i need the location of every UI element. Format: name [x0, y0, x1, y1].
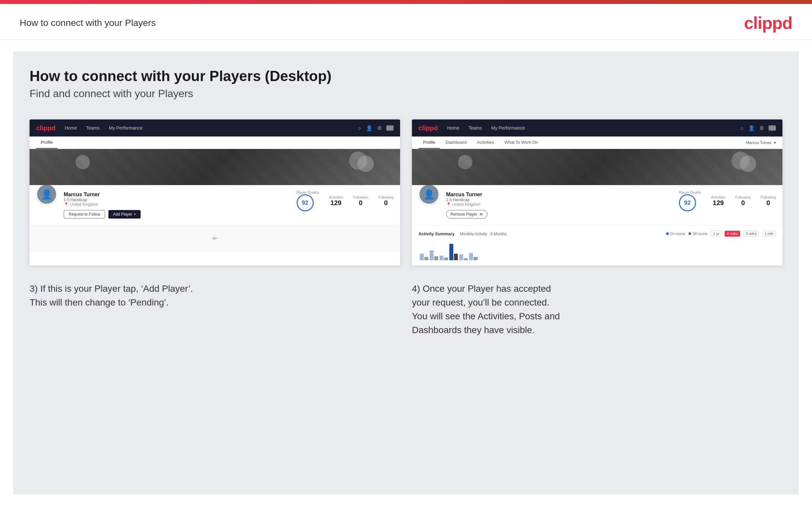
- right-tab-activities[interactable]: Activities: [472, 136, 498, 149]
- right-flag-icon[interactable]: [769, 125, 776, 130]
- chart-bar-group-4: [449, 244, 458, 260]
- left-nav-logo: clippd: [36, 124, 55, 132]
- period-1yr-button[interactable]: 1 yr: [711, 231, 721, 237]
- left-stats-row: Player Quality 92 Activities 129 Followe…: [297, 190, 394, 211]
- search-icon[interactable]: ⌕: [358, 125, 361, 131]
- section-title: How to connect with your Players (Deskto…: [30, 68, 782, 84]
- right-activity-controls: On course Off course 1 yr 6 mths 3 mths …: [666, 231, 776, 237]
- left-profile-banner: [30, 149, 400, 185]
- page-breadcrumb: How to connect with your Players: [20, 18, 156, 28]
- add-player-button[interactable]: Add Player +: [108, 210, 141, 219]
- right-btn-row: Remove Player ✕: [446, 210, 672, 219]
- left-player-handicap: 1-5 Handicap: [64, 198, 290, 202]
- request-follow-button[interactable]: Request to Follow: [64, 210, 105, 219]
- right-avatar-icon: 👤: [423, 189, 435, 200]
- period-1mth-button[interactable]: 1 mth: [762, 231, 776, 237]
- right-stat-quality: Player Quality 92: [679, 190, 701, 211]
- left-banner-overlay: [30, 149, 400, 185]
- chart-bar-on-6: [469, 253, 473, 260]
- right-nav-teams[interactable]: Teams: [468, 125, 482, 130]
- right-legend-on-course: On course: [666, 232, 685, 236]
- caption-right-text: 4) Once your Player has acceptedyour req…: [412, 284, 560, 335]
- chart-bar-group-3: [440, 256, 448, 260]
- left-avatar-icon: 👤: [41, 189, 53, 200]
- right-stat-activities: Activities 129: [711, 195, 725, 207]
- profile-icon[interactable]: 👤: [366, 125, 372, 131]
- close-icon[interactable]: ✕: [479, 212, 483, 217]
- chart-bar-on-2: [429, 250, 434, 260]
- left-nav-my-performance[interactable]: My Performance: [109, 125, 143, 130]
- left-stat-quality: Player Quality 92: [297, 190, 319, 211]
- right-stats-row: Player Quality 92 Activities 129 Followe…: [679, 190, 776, 211]
- right-tab-dashboard[interactable]: Dashboard: [441, 136, 471, 149]
- screenshots-row: clippd Home Teams My Performance ⌕ 👤 ⚙ P…: [30, 119, 782, 266]
- right-player-name: Marcus Turner: [446, 192, 672, 198]
- caption-right: 4) Once your Player has acceptedyour req…: [412, 282, 782, 337]
- screenshot-left: clippd Home Teams My Performance ⌕ 👤 ⚙ P…: [30, 119, 400, 266]
- right-player-location: 📍 United Kingdom: [446, 202, 672, 207]
- location-pin-icon: 📍: [64, 202, 69, 207]
- right-profile-row: 👤 Marcus Turner 1-5 Handicap 📍 United Ki…: [418, 190, 776, 219]
- right-chart-area: [418, 240, 776, 260]
- left-quality-circle: 92: [297, 194, 314, 211]
- left-player-name: Marcus Turner: [64, 192, 290, 198]
- right-nav-home[interactable]: Home: [447, 125, 459, 130]
- chart-bar-group-5: [459, 254, 468, 260]
- right-nav-right: ⌕ 👤 ⚙: [741, 125, 776, 131]
- right-app-nav: clippd Home Teams My Performance ⌕ 👤 ⚙: [412, 119, 782, 136]
- right-settings-icon[interactable]: ⚙: [759, 125, 764, 131]
- right-profile-info: 👤 Marcus Turner 1-5 Handicap 📍 United Ki…: [412, 185, 782, 225]
- remove-player-button[interactable]: Remove Player ✕: [446, 210, 488, 219]
- right-nav-my-performance[interactable]: My Performance: [491, 125, 525, 130]
- right-tab-profile[interactable]: Profile: [418, 136, 440, 149]
- caption-left-text: 3) If this is your Player tap, ‘Add Play…: [30, 284, 193, 307]
- left-stat-activities: Activities 129: [329, 195, 343, 207]
- off-course-label: Off course: [693, 232, 708, 236]
- pen-icon: ✒: [211, 234, 218, 243]
- right-nav-left: clippd Home Teams My Performance: [418, 124, 525, 132]
- caption-left: 3) If this is your Player tap, ‘Add Play…: [30, 282, 400, 337]
- right-profile-icon[interactable]: 👤: [748, 125, 755, 131]
- chart-bar-off-3: [444, 258, 448, 260]
- chevron-down-icon[interactable]: ▾: [774, 140, 776, 145]
- off-course-dot: [689, 232, 691, 235]
- left-nav-right: ⌕ 👤 ⚙: [358, 125, 394, 131]
- page-header: How to connect with your Players clippd: [0, 4, 812, 40]
- flag-icon[interactable]: [386, 125, 394, 130]
- left-tab-profile[interactable]: Profile: [36, 136, 57, 149]
- chart-bar-off-4: [454, 253, 458, 260]
- section-subtitle: Find and connect with your Players: [30, 88, 782, 100]
- chart-bar-group-1: [420, 253, 428, 260]
- right-tab-what-to-work-on[interactable]: What To Work On: [500, 136, 543, 149]
- captions-row: 3) If this is your Player tap, ‘Add Play…: [30, 282, 782, 337]
- right-activity-title: Activity Summary: [418, 231, 455, 236]
- chart-bar-on-5: [459, 254, 463, 260]
- right-quality-circle: 92: [679, 194, 696, 211]
- left-app-nav: clippd Home Teams My Performance ⌕ 👤 ⚙: [30, 119, 400, 136]
- right-search-icon[interactable]: ⌕: [741, 125, 744, 131]
- on-course-dot: [666, 232, 669, 235]
- left-stat-followers: Followers 0: [353, 195, 368, 207]
- left-profile-row: 👤 Marcus Turner 1-5 Handicap 📍 United Ki…: [36, 190, 394, 219]
- left-nav-home[interactable]: Home: [65, 125, 77, 130]
- chart-bar-on-3: [440, 256, 444, 260]
- plus-icon: +: [134, 212, 136, 217]
- left-player-location: 📍 United Kingdom: [64, 202, 290, 207]
- right-legend-off-course: Off course: [689, 232, 708, 236]
- left-profile-info: 👤 Marcus Turner 1-5 Handicap 📍 United Ki…: [30, 185, 400, 225]
- on-course-label: On course: [670, 232, 685, 236]
- right-activity-header: Activity Summary Monthly Activity · 6 Mo…: [418, 231, 776, 237]
- right-tab-player-name: Marcus Turner ▾: [746, 140, 776, 145]
- left-nav-teams[interactable]: Teams: [86, 125, 100, 130]
- chart-bar-off-6: [474, 257, 477, 260]
- period-6mths-button[interactable]: 6 mths: [725, 231, 740, 237]
- settings-icon[interactable]: ⚙: [377, 125, 382, 131]
- right-activity-section: Activity Summary Monthly Activity · 6 Mo…: [412, 225, 782, 266]
- main-content: How to connect with your Players (Deskto…: [13, 52, 799, 495]
- top-accent-bar: [0, 0, 812, 4]
- right-activity-period: Monthly Activity · 6 Months: [460, 232, 507, 236]
- left-profile-details: Marcus Turner 1-5 Handicap 📍 United King…: [64, 190, 290, 219]
- right-profile-banner: [412, 149, 782, 185]
- period-3mths-button[interactable]: 3 mths: [743, 231, 759, 237]
- right-stat-followers: Followers 0: [735, 195, 751, 207]
